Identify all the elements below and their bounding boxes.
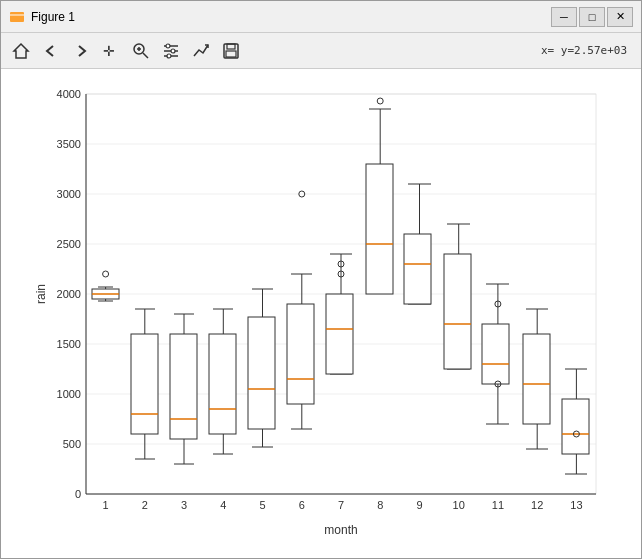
svg-rect-74 (287, 304, 314, 404)
svg-rect-96 (404, 234, 431, 304)
svg-rect-16 (226, 51, 236, 57)
status-bar: x= y=2.57e+03 (247, 44, 635, 57)
main-window: Figure 1 ─ □ ✕ ✛ (0, 0, 642, 559)
svg-rect-102 (444, 254, 471, 369)
window-title: Figure 1 (31, 10, 551, 24)
window-controls: ─ □ ✕ (551, 7, 633, 27)
title-bar: Figure 1 ─ □ ✕ (1, 1, 641, 33)
svg-text:2000: 2000 (57, 288, 81, 300)
close-button[interactable]: ✕ (607, 7, 633, 27)
svg-rect-0 (10, 12, 24, 22)
svg-text:3: 3 (181, 499, 187, 511)
back-button[interactable] (37, 38, 65, 64)
svg-rect-68 (248, 317, 275, 429)
svg-rect-108 (482, 324, 509, 384)
forward-button[interactable] (67, 38, 95, 64)
svg-text:4000: 4000 (57, 88, 81, 100)
svg-rect-62 (209, 334, 236, 434)
zoom-button[interactable] (127, 38, 155, 64)
svg-text:5: 5 (259, 499, 265, 511)
pan-button[interactable]: ✛ (97, 38, 125, 64)
svg-text:7: 7 (338, 499, 344, 511)
y-axis-label: rain (34, 283, 48, 303)
svg-text:8: 8 (377, 499, 383, 511)
trend-button[interactable] (187, 38, 215, 64)
svg-text:13: 13 (570, 499, 582, 511)
svg-point-12 (171, 49, 175, 53)
svg-text:12: 12 (531, 499, 543, 511)
x-axis-label: month (324, 523, 357, 537)
svg-text:500: 500 (63, 438, 81, 450)
configure-button[interactable] (157, 38, 185, 64)
svg-text:3000: 3000 (57, 188, 81, 200)
svg-rect-50 (131, 334, 158, 434)
svg-rect-81 (326, 294, 353, 374)
svg-text:1500: 1500 (57, 338, 81, 350)
svg-text:3500: 3500 (57, 138, 81, 150)
svg-rect-56 (170, 334, 197, 439)
svg-text:✛: ✛ (103, 43, 115, 59)
svg-text:9: 9 (416, 499, 422, 511)
svg-line-5 (143, 53, 148, 58)
home-button[interactable] (7, 38, 35, 64)
toolbar: ✛ (1, 33, 641, 69)
svg-point-11 (166, 44, 170, 48)
svg-rect-116 (523, 334, 550, 424)
svg-text:10: 10 (453, 499, 465, 511)
window-icon (9, 9, 25, 25)
svg-text:2: 2 (142, 499, 148, 511)
svg-text:1: 1 (103, 499, 109, 511)
svg-point-13 (167, 54, 171, 58)
svg-text:1000: 1000 (57, 388, 81, 400)
svg-rect-122 (562, 399, 589, 454)
plot-area: 0 500 1000 1500 2000 2500 3000 3500 4000… (1, 69, 641, 558)
svg-rect-89 (366, 164, 393, 294)
svg-text:0: 0 (75, 488, 81, 500)
svg-text:11: 11 (492, 499, 504, 511)
minimize-button[interactable]: ─ (551, 7, 577, 27)
svg-text:2500: 2500 (57, 238, 81, 250)
status-text: x= y=2.57e+03 (541, 44, 627, 57)
svg-text:4: 4 (220, 499, 226, 511)
svg-marker-2 (14, 44, 28, 58)
chart: 0 500 1000 1500 2000 2500 3000 3500 4000… (31, 79, 611, 549)
svg-text:6: 6 (299, 499, 305, 511)
save-button[interactable] (217, 38, 245, 64)
maximize-button[interactable]: □ (579, 7, 605, 27)
